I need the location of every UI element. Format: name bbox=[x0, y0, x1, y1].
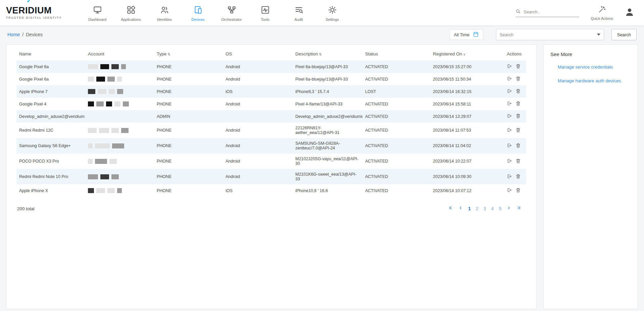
devices-icon bbox=[194, 5, 203, 15]
col-header-account: Account bbox=[85, 47, 154, 60]
export-icon[interactable] bbox=[507, 113, 512, 120]
quick-actions-button[interactable]: Quick Actions bbox=[591, 5, 613, 20]
export-icon[interactable] bbox=[507, 76, 512, 82]
col-header-type[interactable]: Type⇅ bbox=[154, 47, 223, 60]
export-icon[interactable] bbox=[507, 158, 512, 165]
page-number-4[interactable]: 4 bbox=[491, 206, 494, 211]
delete-icon[interactable] bbox=[515, 76, 521, 82]
time-filter-button[interactable]: All Time bbox=[450, 29, 483, 40]
manage-hardware-auth-devices-link[interactable]: Manage hardware auth devices bbox=[558, 78, 631, 83]
table-footer: 200 total 1 2 3 4 5 bbox=[16, 206, 526, 212]
device-status: ACTIVATED bbox=[362, 110, 430, 123]
device-name: Samsung Galaxy S6 Edge+ bbox=[16, 138, 85, 153]
manage-service-credentials-link[interactable]: Manage service credentials bbox=[558, 64, 631, 70]
device-actions bbox=[504, 73, 526, 85]
first-page-icon[interactable] bbox=[449, 206, 453, 212]
tools-icon bbox=[261, 5, 270, 15]
device-account bbox=[85, 184, 154, 197]
sort-desc-icon[interactable]: ∨ bbox=[463, 52, 465, 56]
nav-item-devices[interactable]: Devices bbox=[181, 4, 215, 21]
device-actions bbox=[504, 123, 526, 138]
delete-icon[interactable] bbox=[515, 174, 521, 180]
search-field-select[interactable]: Search bbox=[496, 29, 604, 40]
redacted-account bbox=[88, 159, 151, 164]
table-row[interactable]: Develop_admin_aduse2@veridium ADMIN Deve… bbox=[16, 110, 526, 123]
device-description: M2102J20SG-vayu_eea/11@API-30 bbox=[293, 153, 362, 169]
export-icon[interactable] bbox=[507, 88, 512, 95]
table-row[interactable]: Apple iPhone X PHONE iOS iPhone10,6 ' 16… bbox=[16, 184, 526, 197]
device-account bbox=[85, 85, 154, 98]
nav-item-dashboard[interactable]: Dashboard bbox=[81, 4, 114, 21]
logo-tagline: TRUSTED DIGITAL IDENTITY bbox=[6, 16, 66, 19]
user-icon bbox=[625, 7, 635, 18]
table-row[interactable]: Redmi Redmi 12C PHONE Android 22126RN91Y… bbox=[16, 123, 526, 138]
nav-label: Applications bbox=[121, 17, 141, 21]
user-profile-button[interactable] bbox=[625, 7, 635, 18]
device-os: iOS bbox=[223, 184, 293, 197]
page-number-1[interactable]: 1 bbox=[468, 206, 471, 211]
export-icon[interactable] bbox=[507, 101, 512, 107]
nav-item-tools[interactable]: Tools bbox=[248, 4, 282, 21]
nav-label: Settings bbox=[326, 17, 339, 21]
device-type: PHONE bbox=[154, 123, 223, 138]
nav-item-audit[interactable]: Audit bbox=[282, 4, 315, 21]
device-name: Google Pixel 6a bbox=[16, 60, 85, 73]
table-row[interactable]: Google Pixel 6a PHONE Android Pixel 6a-b… bbox=[16, 73, 526, 85]
export-icon[interactable] bbox=[507, 63, 512, 70]
redacted-account bbox=[88, 188, 151, 193]
device-name: Redmi Redmi Note 10 Pro bbox=[16, 169, 85, 184]
breadcrumb-home-link[interactable]: Home bbox=[7, 32, 20, 37]
nav-item-identities[interactable]: Identities bbox=[148, 4, 181, 21]
delete-icon[interactable] bbox=[515, 88, 521, 95]
device-description: Pixel 6a-bluejay/13@API-33 bbox=[293, 60, 362, 73]
global-search-input[interactable] bbox=[524, 9, 579, 14]
device-os: Android bbox=[223, 169, 293, 184]
delete-icon[interactable] bbox=[515, 101, 521, 107]
table-row[interactable]: Apple iPhone 7 PHONE iOS iPhone9,3 ' 15.… bbox=[16, 85, 526, 98]
delete-icon[interactable] bbox=[515, 113, 521, 120]
sort-both-icon[interactable]: ⇅ bbox=[319, 52, 322, 56]
table-row[interactable]: Redmi Redmi Note 10 Pro PHONE Android M2… bbox=[16, 169, 526, 184]
nav-item-orchestrator[interactable]: Orchestrator bbox=[215, 4, 248, 21]
top-bar: VERIDIUM ✓ TRUSTED DIGITAL IDENTITY Dash… bbox=[0, 0, 644, 26]
page-number-5[interactable]: 5 bbox=[499, 206, 501, 211]
table-row[interactable]: Google Pixel 4 PHONE Android Pixel 4-fla… bbox=[16, 98, 526, 110]
export-icon[interactable] bbox=[507, 143, 512, 149]
next-page-icon[interactable] bbox=[506, 206, 511, 212]
table-row[interactable]: POCO POCO X3 Pro PHONE Android M2102J20S… bbox=[16, 153, 526, 169]
device-type: PHONE bbox=[154, 60, 223, 73]
nav-label: Orchestrator bbox=[221, 17, 242, 21]
delete-icon[interactable] bbox=[515, 158, 521, 165]
last-page-icon[interactable] bbox=[516, 206, 521, 212]
delete-icon[interactable] bbox=[515, 127, 521, 134]
page-number-3[interactable]: 3 bbox=[484, 206, 486, 211]
page-number-2[interactable]: 2 bbox=[476, 206, 479, 211]
export-icon[interactable] bbox=[507, 187, 512, 194]
device-account bbox=[85, 60, 154, 73]
delete-icon[interactable] bbox=[515, 63, 521, 70]
device-registered-on: 2023/06/15 11:50:34 bbox=[430, 73, 504, 85]
table-row[interactable]: Google Pixel 6a PHONE Android Pixel 6a-b… bbox=[16, 60, 526, 73]
nav-item-applications[interactable]: Applications bbox=[114, 4, 148, 21]
device-account bbox=[85, 138, 154, 153]
veridium-logo[interactable]: VERIDIUM ✓ TRUSTED DIGITAL IDENTITY bbox=[6, 6, 66, 19]
breadcrumb-separator: / bbox=[22, 32, 23, 37]
table-row[interactable]: Samsung Galaxy S6 Edge+ PHONE Android SA… bbox=[16, 138, 526, 153]
delete-icon[interactable] bbox=[515, 187, 521, 194]
export-icon[interactable] bbox=[507, 127, 512, 134]
device-description: iPhone10,6 ' 16.6 bbox=[293, 184, 362, 197]
device-description: Pixel 6a-bluejay/13@API-33 bbox=[293, 73, 362, 85]
export-icon[interactable] bbox=[507, 174, 512, 180]
see-more-title: See More bbox=[550, 51, 631, 57]
prev-page-icon[interactable] bbox=[458, 206, 463, 212]
sort-both-icon[interactable]: ⇅ bbox=[167, 52, 170, 56]
redacted-account bbox=[88, 89, 151, 94]
redacted-account bbox=[88, 143, 151, 148]
nav-item-settings[interactable]: Settings bbox=[315, 4, 349, 21]
delete-icon[interactable] bbox=[515, 143, 521, 149]
device-description: M2101K6G-sweet_eea/13@API-33 bbox=[293, 169, 362, 184]
device-type: PHONE bbox=[154, 169, 223, 184]
col-header-registered-on[interactable]: Registered On∨ bbox=[430, 47, 504, 60]
col-header-description[interactable]: Description⇅ bbox=[293, 47, 362, 60]
search-submit-button[interactable]: Search bbox=[611, 29, 637, 40]
